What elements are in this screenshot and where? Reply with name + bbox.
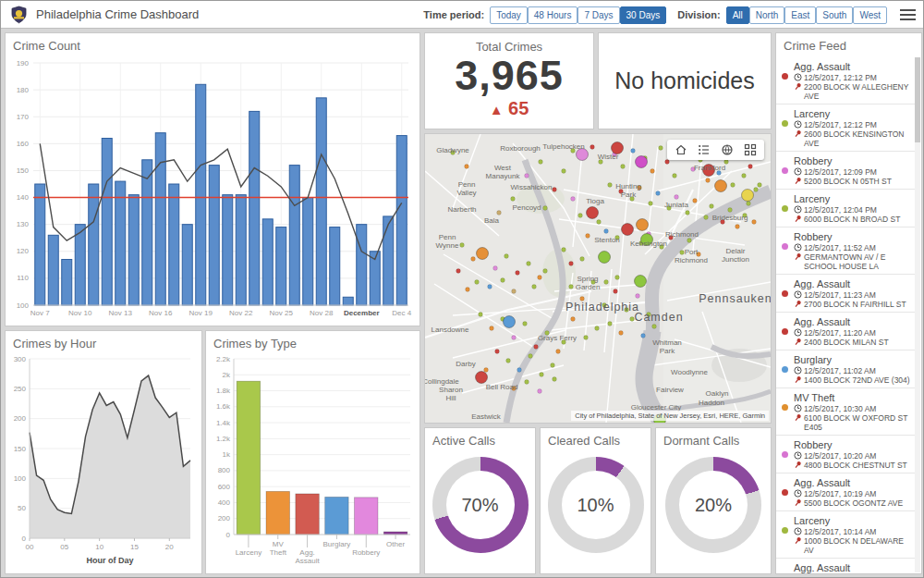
feed-item[interactable]: Robbery 12/5/2017, 10:20 AM 4800 BLOCK C… — [776, 436, 915, 473]
time-period-button-48-hours[interactable]: 48 Hours — [528, 6, 578, 24]
crime-dot[interactable] — [591, 280, 596, 285]
crime-dot[interactable] — [619, 190, 624, 194]
crime-dot[interactable] — [697, 252, 701, 257]
crime-dot[interactable] — [686, 211, 690, 215]
crime-dot[interactable] — [656, 191, 661, 196]
crime-dot[interactable] — [721, 220, 725, 225]
crime-dot[interactable] — [493, 266, 498, 271]
crime-dot[interactable] — [619, 331, 624, 336]
crime-dot[interactable] — [608, 183, 613, 188]
crime-dot[interactable] — [724, 160, 729, 165]
crime-dot[interactable] — [621, 165, 626, 169]
crime-dot[interactable] — [752, 220, 757, 225]
feed-item[interactable]: Burglary 12/5/2017, 11:02 AM 1400 BLOCK … — [776, 350, 915, 388]
feed-item[interactable]: Agg. Assault 12/5/2017, 11:20 AM 2400 BL… — [776, 313, 915, 350]
crime-cluster-dot[interactable] — [637, 219, 649, 231]
crime-dot[interactable] — [490, 326, 494, 331]
crime-dot[interactable] — [578, 214, 583, 218]
crime-dot[interactable] — [571, 317, 576, 322]
crime-dot[interactable] — [748, 165, 753, 169]
apps-icon[interactable] — [744, 143, 757, 156]
crime-dot[interactable] — [625, 308, 629, 313]
crime-cluster-dot[interactable] — [622, 224, 634, 236]
crime-dot[interactable] — [569, 285, 574, 289]
feed-item[interactable]: Larceny 12/5/2017, 12:04 PM 6000 BLOCK N… — [776, 190, 915, 228]
feed-item[interactable]: Robbery 12/5/2017, 12:09 PM 5200 BLOCK N… — [776, 152, 915, 190]
crime-map[interactable]: GladwyneRoxboroughTulpehockenWisterWest … — [424, 133, 772, 424]
crime-dot[interactable] — [562, 340, 566, 345]
crime-dot[interactable] — [569, 262, 574, 266]
crime-cluster-dot[interactable] — [477, 248, 489, 260]
time-period-button-7-days[interactable]: 7 Days — [578, 6, 619, 24]
crime-cluster-dot[interactable] — [476, 372, 488, 384]
crime-dot[interactable] — [728, 208, 733, 213]
feed-item[interactable]: Robbery 12/5/2017, 11:52 AM GERMANTOWN A… — [776, 228, 915, 275]
feed-scrollbar[interactable] — [915, 57, 920, 572]
crime-cluster-dot[interactable] — [641, 234, 653, 246]
crime-dot[interactable] — [562, 248, 566, 252]
crime-dot[interactable] — [736, 225, 740, 229]
crime-dot[interactable] — [641, 334, 646, 338]
crime-dot[interactable] — [571, 149, 576, 154]
crime-dot[interactable] — [501, 278, 505, 283]
crime-dot[interactable] — [484, 368, 489, 373]
crime-dot[interactable] — [659, 146, 663, 151]
crime-dot[interactable] — [669, 236, 674, 240]
crime-dot[interactable] — [527, 262, 531, 266]
crime-dot[interactable] — [731, 183, 736, 188]
crime-dot[interactable] — [649, 202, 653, 206]
crime-dot[interactable] — [630, 317, 635, 322]
crime-dot[interactable] — [495, 350, 500, 354]
crime-dot[interactable] — [580, 297, 585, 301]
crime-dot[interactable] — [630, 197, 635, 202]
crime-dot[interactable] — [516, 271, 520, 276]
division-button-east[interactable]: East — [784, 6, 816, 24]
crime-dot[interactable] — [456, 269, 461, 274]
crime-dot[interactable] — [543, 206, 548, 211]
crime-dot[interactable] — [638, 186, 642, 191]
crime-dot[interactable] — [599, 160, 603, 165]
crime-dot[interactable] — [691, 167, 696, 172]
menu-icon[interactable] — [900, 6, 916, 23]
crime-dot[interactable] — [512, 289, 517, 294]
crime-dot[interactable] — [529, 354, 533, 359]
crime-dot[interactable] — [693, 199, 698, 203]
crime-dot[interactable] — [652, 325, 657, 329]
crime-cluster-dot[interactable] — [715, 180, 727, 192]
crime-dot[interactable] — [597, 220, 602, 225]
crime-dot[interactable] — [631, 149, 636, 154]
crime-dot[interactable] — [551, 363, 555, 368]
time-period-button-30-days[interactable]: 30 Days — [620, 6, 667, 24]
crime-dot[interactable] — [523, 322, 528, 326]
crime-dot[interactable] — [602, 303, 607, 308]
crime-dot[interactable] — [604, 229, 609, 234]
crime-dot[interactable] — [506, 359, 511, 363]
feed-item[interactable]: Larceny 12/5/2017, 12:12 PM 2600 BLOCK K… — [776, 105, 915, 152]
crime-cluster-dot[interactable] — [587, 207, 599, 219]
crime-dot[interactable] — [667, 206, 672, 211]
time-period-button-today[interactable]: Today — [490, 6, 528, 24]
crime-dot[interactable] — [540, 373, 544, 377]
crime-dot[interactable] — [488, 285, 492, 289]
crime-dot[interactable] — [465, 165, 469, 169]
feed-scrollbar-thumb[interactable] — [915, 57, 920, 142]
crime-dot[interactable] — [532, 285, 537, 289]
crime-dot[interactable] — [571, 197, 576, 202]
crime-cluster-dot[interactable] — [636, 156, 648, 168]
crime-dot[interactable] — [584, 336, 589, 340]
crime-dot[interactable] — [525, 380, 529, 385]
crime-dot[interactable] — [553, 188, 557, 192]
crime-dot[interactable] — [534, 345, 539, 350]
division-button-north[interactable]: North — [749, 6, 784, 24]
crime-dot[interactable] — [538, 389, 542, 394]
crime-dot[interactable] — [586, 234, 590, 239]
crime-dot[interactable] — [660, 245, 664, 250]
crime-cluster-dot[interactable] — [612, 142, 624, 154]
division-button-south[interactable]: South — [816, 6, 853, 24]
crime-dot[interactable] — [636, 294, 640, 299]
crime-dot[interactable] — [562, 169, 566, 174]
crime-dot[interactable] — [650, 169, 655, 174]
crime-dot[interactable] — [511, 197, 516, 202]
crime-cluster-dot[interactable] — [703, 165, 715, 177]
crime-dot[interactable] — [687, 239, 692, 243]
